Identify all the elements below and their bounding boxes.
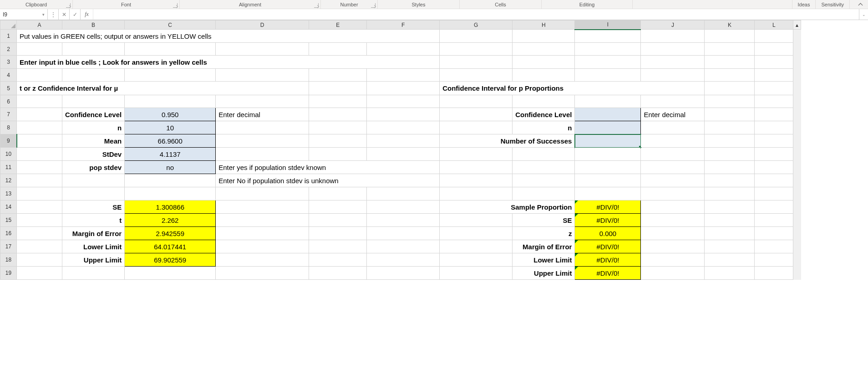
cell-D8[interactable]	[216, 121, 309, 134]
cell-J17[interactable]	[641, 240, 705, 253]
cell-D9[interactable]	[216, 134, 309, 148]
cell-C12[interactable]	[125, 174, 216, 187]
vscroll-track[interactable]	[793, 200, 801, 214]
cell-I12[interactable]	[575, 174, 641, 187]
vscroll-track[interactable]	[793, 227, 801, 240]
cell-I19[interactable]: #DIV/0!	[575, 267, 641, 280]
cell-K19[interactable]	[705, 267, 755, 280]
vscroll-track[interactable]	[793, 148, 801, 161]
cell-B9[interactable]: Mean	[62, 134, 125, 148]
vscroll-track[interactable]	[793, 43, 801, 56]
vscroll-track[interactable]	[793, 187, 801, 200]
fx-icon[interactable]: fx	[81, 9, 93, 20]
cell-G1[interactable]	[440, 30, 513, 43]
cell-K1[interactable]	[705, 30, 755, 43]
vscroll-track[interactable]	[793, 134, 801, 148]
column-header-F[interactable]: F	[367, 21, 440, 30]
chevron-down-icon[interactable]: ▾	[42, 12, 45, 17]
cell-C19[interactable]	[125, 267, 216, 280]
cell-L5[interactable]	[755, 82, 793, 95]
cell-K7[interactable]	[705, 108, 755, 121]
cell-J19[interactable]	[641, 267, 705, 280]
cell-F19[interactable]	[367, 267, 440, 280]
cell-K10[interactable]	[705, 148, 755, 161]
cell-D16[interactable]	[216, 227, 309, 240]
cell-L1[interactable]	[755, 30, 793, 43]
column-header-J[interactable]: J	[641, 21, 705, 30]
cell-K6[interactable]	[705, 95, 755, 108]
vscroll-track[interactable]	[793, 214, 801, 227]
cell-K13[interactable]	[705, 187, 755, 200]
vscroll-track[interactable]	[793, 121, 801, 134]
cell-A9[interactable]	[17, 134, 62, 148]
ribbon-group-font[interactable]: Font	[73, 0, 180, 9]
row-header-14[interactable]: 14	[0, 200, 17, 214]
row-header-5[interactable]: 5	[0, 82, 17, 95]
dialog-launcher-icon[interactable]	[173, 3, 178, 8]
cell-F14[interactable]	[367, 200, 440, 214]
cell-G6[interactable]	[440, 95, 513, 108]
cell-E9[interactable]	[309, 134, 367, 148]
cell-C16[interactable]: 2.942559	[125, 227, 216, 240]
dialog-launcher-icon[interactable]	[371, 3, 376, 8]
cell-G2[interactable]	[440, 43, 513, 56]
vscroll-track[interactable]	[793, 56, 801, 69]
cell-C17[interactable]: 64.017441	[125, 240, 216, 253]
cell-J10[interactable]	[641, 148, 705, 161]
cell-J16[interactable]	[641, 227, 705, 240]
cell-B14[interactable]: SE	[62, 200, 125, 214]
cell-I11[interactable]	[575, 161, 641, 174]
vscroll-track[interactable]	[793, 95, 801, 108]
enter-button[interactable]: ✓	[70, 9, 81, 20]
row-header-17[interactable]: 17	[0, 240, 17, 253]
cell-G4[interactable]	[440, 69, 513, 82]
column-header-C[interactable]: C	[125, 21, 216, 30]
cell-E19[interactable]	[309, 267, 367, 280]
cell-C14[interactable]: 1.300866	[125, 200, 216, 214]
cell-A14[interactable]	[17, 200, 62, 214]
vscroll-track[interactable]	[793, 253, 801, 267]
cell-F6[interactable]	[367, 95, 440, 108]
cell-D19[interactable]	[216, 267, 309, 280]
column-header-G[interactable]: G	[440, 21, 513, 30]
cell-I4[interactable]	[575, 69, 641, 82]
cell-B18[interactable]: Upper Limit	[62, 253, 125, 267]
row-header-6[interactable]: 6	[0, 95, 17, 108]
dialog-launcher-icon[interactable]	[314, 3, 319, 8]
cell-C15[interactable]: 2.262	[125, 214, 216, 227]
cell-D14[interactable]	[216, 200, 309, 214]
cell-F9[interactable]	[367, 134, 440, 148]
spreadsheet-grid[interactable]: ABCDEFGHIJKL▴1Put values in GREEN cells;…	[0, 20, 801, 280]
cell-H2[interactable]	[513, 43, 575, 56]
cancel-button[interactable]: ✕	[59, 9, 70, 20]
cell-C10[interactable]: 4.1137	[125, 148, 216, 161]
cell-B4[interactable]	[62, 69, 125, 82]
cell-J18[interactable]	[641, 253, 705, 267]
cell-H8[interactable]: n	[513, 121, 575, 134]
cell-L11[interactable]	[755, 161, 793, 174]
cell-F16[interactable]	[367, 227, 440, 240]
cell-H4[interactable]	[513, 69, 575, 82]
vscroll-track[interactable]	[793, 82, 801, 95]
cell-F4[interactable]	[367, 69, 440, 82]
cell-A16[interactable]	[17, 227, 62, 240]
cell-J11[interactable]	[641, 161, 705, 174]
cell-J4[interactable]	[641, 69, 705, 82]
cell-L14[interactable]	[755, 200, 793, 214]
cell-K18[interactable]	[705, 253, 755, 267]
cell-I16[interactable]: 0.000	[575, 227, 641, 240]
cell-A17[interactable]	[17, 240, 62, 253]
cell-G8[interactable]	[440, 121, 513, 134]
cell-L15[interactable]	[755, 214, 793, 227]
cell-K2[interactable]	[705, 43, 755, 56]
cell-J8[interactable]	[641, 121, 705, 134]
cell-L8[interactable]	[755, 121, 793, 134]
cell-L10[interactable]	[755, 148, 793, 161]
cell-H7[interactable]: Confidence Level	[513, 108, 575, 121]
cell-L7[interactable]	[755, 108, 793, 121]
cell-J14[interactable]	[641, 200, 705, 214]
cell-D10[interactable]	[216, 148, 309, 161]
cell-G3[interactable]	[440, 56, 513, 69]
cell-F7[interactable]	[367, 108, 440, 121]
cell-H11[interactable]	[513, 161, 575, 174]
